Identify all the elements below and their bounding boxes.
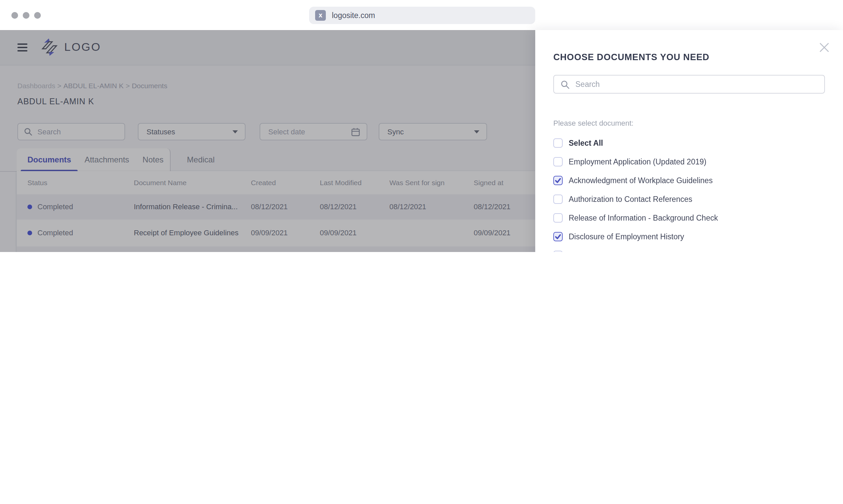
checkbox-icon[interactable] — [553, 138, 563, 148]
document-checkbox-item[interactable]: Receipt of Employee Guidelines — [553, 246, 825, 252]
close-icon[interactable] — [819, 42, 830, 53]
checkbox-icon[interactable] — [553, 251, 563, 252]
panel-search-field[interactable] — [553, 75, 825, 94]
site-favicon-icon: x — [315, 10, 326, 21]
window-control-dot[interactable] — [23, 12, 30, 19]
browser-chrome: x logosite.com — [0, 0, 843, 31]
window-control-dot[interactable] — [34, 12, 41, 19]
document-checkbox-item[interactable]: Employment Application (Updated 2019) — [553, 152, 825, 171]
checkbox-icon[interactable] — [553, 213, 563, 222]
choose-documents-panel: CHOOSE DOCUMENTS YOU NEED Please select … — [535, 30, 843, 252]
panel-subtitle: Please select document: — [553, 119, 634, 127]
document-checkbox-item[interactable]: Disclosure of Employment History — [553, 227, 825, 246]
document-checkbox-list: Select All Employment Application (Updat… — [553, 134, 825, 252]
document-checkbox-item[interactable]: Select All — [553, 134, 825, 152]
document-checkbox-item[interactable]: Release of Information - Background Chec… — [553, 209, 825, 227]
document-checkbox-label: Disclosure of Employment History — [569, 233, 684, 241]
document-checkbox-item[interactable]: Acknowledgment of Workplace Guidelines — [553, 171, 825, 190]
checkbox-icon[interactable] — [553, 157, 563, 166]
search-icon — [561, 80, 569, 89]
modal-backdrop[interactable] — [0, 30, 535, 252]
document-checkbox-label: Select All — [569, 139, 603, 147]
panel-title: CHOOSE DOCUMENTS YOU NEED — [553, 52, 709, 62]
document-checkbox-label: Receipt of Employee Guidelines — [569, 251, 678, 252]
panel-search-input[interactable] — [574, 79, 824, 89]
screen: x logosite.com LOGO Dashboards>ABDUL EL-… — [0, 0, 843, 252]
document-checkbox-label: Employment Application (Updated 2019) — [569, 158, 706, 166]
document-checkbox-item[interactable]: Authorization to Contact References — [553, 190, 825, 209]
document-checkbox-label: Release of Information - Background Chec… — [569, 214, 718, 222]
window-controls — [11, 12, 41, 19]
address-bar[interactable]: x logosite.com — [309, 7, 535, 24]
document-checkbox-label: Acknowledgment of Workplace Guidelines — [569, 177, 712, 184]
checkbox-icon[interactable] — [553, 195, 563, 204]
checkbox-icon[interactable] — [553, 232, 563, 241]
document-checkbox-label: Authorization to Contact References — [569, 195, 692, 203]
url-text: logosite.com — [332, 11, 375, 19]
window-control-dot[interactable] — [11, 12, 18, 19]
checkbox-icon[interactable] — [553, 176, 563, 185]
